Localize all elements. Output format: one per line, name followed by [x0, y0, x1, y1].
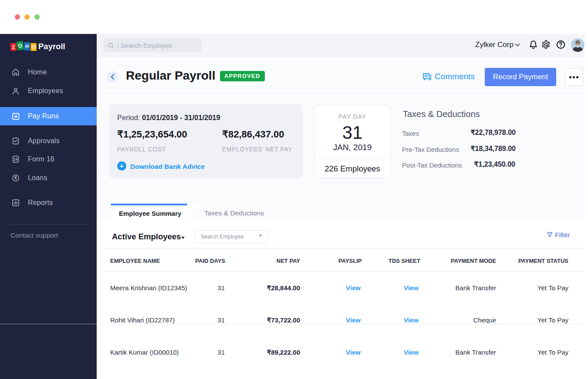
svg-text:₹: ₹ — [14, 176, 17, 181]
svg-text:16: 16 — [14, 157, 18, 161]
